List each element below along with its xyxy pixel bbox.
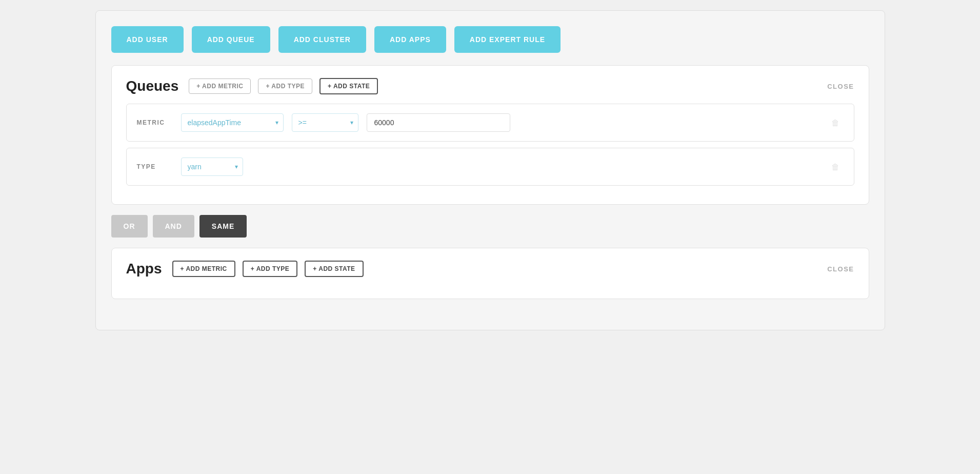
top-buttons-row: ADD USER ADD QUEUE ADD CLUSTER ADD APPS …: [111, 26, 869, 53]
metric-select[interactable]: elapsedAppTime memorySeconds vcoreSecond…: [181, 113, 284, 132]
queues-header-left: Queues + ADD METRIC + ADD TYPE + ADD STA…: [126, 78, 378, 94]
add-queue-button[interactable]: ADD QUEUE: [192, 26, 270, 53]
metric-delete-trash-icon: [831, 117, 839, 128]
add-expert-rule-button[interactable]: ADD EXPERT RULE: [454, 26, 561, 53]
apps-add-state-button[interactable]: + ADD STATE: [305, 261, 363, 277]
same-button[interactable]: SAME: [199, 215, 247, 238]
type-delete-trash-icon: [831, 162, 839, 172]
main-container: ADD USER ADD QUEUE ADD CLUSTER ADD APPS …: [95, 10, 885, 330]
apps-add-type-button[interactable]: + ADD TYPE: [243, 261, 298, 277]
or-button[interactable]: OR: [111, 215, 148, 238]
and-button[interactable]: AND: [153, 215, 194, 238]
queues-add-state-button[interactable]: + ADD STATE: [319, 78, 378, 94]
apps-header-left: Apps + ADD METRIC + ADD TYPE + ADD STATE: [126, 261, 364, 277]
add-user-button[interactable]: ADD USER: [111, 26, 184, 53]
queues-close-button[interactable]: CLOSE: [827, 83, 854, 90]
queues-add-type-button[interactable]: + ADD TYPE: [258, 78, 312, 94]
operator-select-wrap: >= <= > < = != ▾: [292, 113, 358, 132]
metric-row: METRIC elapsedAppTime memorySeconds vcor…: [126, 104, 854, 142]
add-apps-button[interactable]: ADD APPS: [374, 26, 446, 53]
apps-section: Apps + ADD METRIC + ADD TYPE + ADD STATE…: [111, 248, 869, 299]
metric-select-wrap: elapsedAppTime memorySeconds vcoreSecond…: [181, 113, 284, 132]
metric-value-input[interactable]: [367, 113, 510, 132]
type-label: TYPE: [137, 163, 173, 170]
apps-section-header: Apps + ADD METRIC + ADD TYPE + ADD STATE…: [126, 261, 854, 277]
apps-close-button[interactable]: CLOSE: [827, 265, 854, 273]
queues-add-metric-button[interactable]: + ADD METRIC: [189, 78, 251, 94]
apps-add-metric-button[interactable]: + ADD METRIC: [172, 261, 235, 277]
queues-title: Queues: [126, 78, 179, 94]
apps-title: Apps: [126, 261, 162, 277]
add-cluster-button[interactable]: ADD CLUSTER: [278, 26, 366, 53]
queues-section-header: Queues + ADD METRIC + ADD TYPE + ADD STA…: [126, 78, 854, 94]
type-select[interactable]: yarn spark mapreduce tez: [181, 157, 243, 176]
logic-buttons-row: OR AND SAME: [111, 215, 869, 238]
metric-row-delete-button[interactable]: [827, 115, 844, 130]
type-row-delete-button[interactable]: [827, 160, 844, 174]
queues-section: Queues + ADD METRIC + ADD TYPE + ADD STA…: [111, 65, 869, 205]
type-select-wrap: yarn spark mapreduce tez ▾: [181, 157, 243, 176]
type-row: TYPE yarn spark mapreduce tez ▾: [126, 148, 854, 186]
operator-select[interactable]: >= <= > < = !=: [292, 113, 358, 132]
metric-label: METRIC: [137, 119, 173, 126]
